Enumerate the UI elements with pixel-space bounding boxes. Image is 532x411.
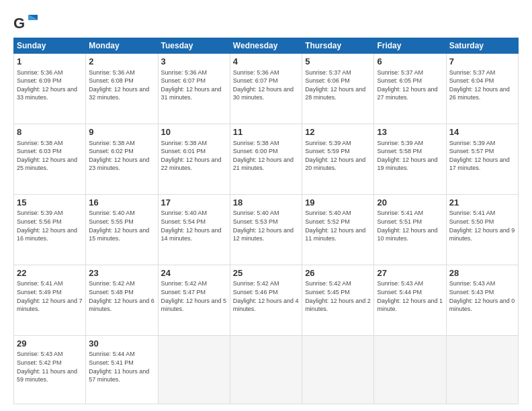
day-cell: 1Sunrise: 5:36 AMSunset: 6:09 PMDaylight… <box>14 54 86 124</box>
empty-cell <box>446 335 518 404</box>
calendar-row: 8Sunrise: 5:38 AMSunset: 6:03 PMDaylight… <box>14 124 519 194</box>
day-cell: 25Sunrise: 5:42 AMSunset: 5:46 PMDayligh… <box>230 265 302 335</box>
day-number: 17 <box>161 197 227 209</box>
day-cell: 12Sunrise: 5:39 AMSunset: 5:59 PMDayligh… <box>302 124 374 194</box>
day-cell: 19Sunrise: 5:40 AMSunset: 5:52 PMDayligh… <box>302 194 374 265</box>
column-header-monday: Monday <box>86 38 158 54</box>
calendar-row: 15Sunrise: 5:39 AMSunset: 5:56 PMDayligh… <box>14 194 519 265</box>
day-number: 8 <box>17 126 83 138</box>
day-cell: 7Sunrise: 5:37 AMSunset: 6:04 PMDaylight… <box>446 54 518 124</box>
day-number: 6 <box>377 56 443 68</box>
day-info: Sunrise: 5:41 AMSunset: 5:49 PMDaylight:… <box>17 279 83 313</box>
svg-text:G: G <box>13 15 25 32</box>
day-info: Sunrise: 5:39 AMSunset: 5:59 PMDaylight:… <box>305 139 371 173</box>
day-cell: 15Sunrise: 5:39 AMSunset: 5:56 PMDayligh… <box>14 194 86 265</box>
day-cell: 21Sunrise: 5:41 AMSunset: 5:50 PMDayligh… <box>446 194 518 265</box>
day-number: 15 <box>17 197 83 209</box>
day-info: Sunrise: 5:38 AMSunset: 6:03 PMDaylight:… <box>17 139 83 173</box>
day-cell: 3Sunrise: 5:36 AMSunset: 6:07 PMDaylight… <box>158 54 230 124</box>
day-info: Sunrise: 5:40 AMSunset: 5:55 PMDaylight:… <box>89 209 154 242</box>
day-cell: 11Sunrise: 5:38 AMSunset: 6:00 PMDayligh… <box>230 124 302 194</box>
empty-cell <box>374 335 446 404</box>
day-info: Sunrise: 5:42 AMSunset: 5:46 PMDaylight:… <box>233 279 299 313</box>
day-info: Sunrise: 5:42 AMSunset: 5:45 PMDaylight:… <box>305 279 371 313</box>
day-cell: 8Sunrise: 5:38 AMSunset: 6:03 PMDaylight… <box>14 124 86 194</box>
day-number: 28 <box>449 267 515 279</box>
day-info: Sunrise: 5:37 AMSunset: 6:06 PMDaylight:… <box>305 68 371 102</box>
day-cell: 16Sunrise: 5:40 AMSunset: 5:55 PMDayligh… <box>86 194 158 265</box>
calendar-table: SundayMondayTuesdayWednesdayThursdayFrid… <box>13 38 519 404</box>
day-number: 5 <box>305 56 371 68</box>
day-info: Sunrise: 5:40 AMSunset: 5:53 PMDaylight:… <box>233 209 299 242</box>
day-info: Sunrise: 5:43 AMSunset: 5:42 PMDaylight:… <box>17 350 83 383</box>
day-info: Sunrise: 5:39 AMSunset: 5:58 PMDaylight:… <box>377 139 443 173</box>
day-info: Sunrise: 5:41 AMSunset: 5:51 PMDaylight:… <box>377 209 443 242</box>
day-cell: 6Sunrise: 5:37 AMSunset: 6:05 PMDaylight… <box>374 54 446 124</box>
day-cell: 24Sunrise: 5:42 AMSunset: 5:47 PMDayligh… <box>158 265 230 335</box>
day-number: 25 <box>233 267 299 279</box>
empty-cell <box>230 335 302 404</box>
day-number: 26 <box>305 267 371 279</box>
day-number: 24 <box>161 267 227 279</box>
day-info: Sunrise: 5:36 AMSunset: 6:07 PMDaylight:… <box>161 68 227 102</box>
column-header-thursday: Thursday <box>302 38 374 54</box>
day-number: 30 <box>89 338 154 350</box>
day-number: 16 <box>89 197 154 209</box>
day-info: Sunrise: 5:43 AMSunset: 5:44 PMDaylight:… <box>377 279 443 313</box>
day-info: Sunrise: 5:39 AMSunset: 5:56 PMDaylight:… <box>17 209 83 242</box>
day-cell: 9Sunrise: 5:38 AMSunset: 6:02 PMDaylight… <box>86 124 158 194</box>
day-cell: 23Sunrise: 5:42 AMSunset: 5:48 PMDayligh… <box>86 265 158 335</box>
day-number: 27 <box>377 267 443 279</box>
day-cell: 18Sunrise: 5:40 AMSunset: 5:53 PMDayligh… <box>230 194 302 265</box>
day-info: Sunrise: 5:36 AMSunset: 6:09 PMDaylight:… <box>17 68 83 102</box>
day-number: 3 <box>161 56 227 68</box>
day-cell: 10Sunrise: 5:38 AMSunset: 6:01 PMDayligh… <box>158 124 230 194</box>
column-header-sunday: Sunday <box>14 38 86 54</box>
day-cell: 30Sunrise: 5:44 AMSunset: 5:41 PMDayligh… <box>86 335 158 404</box>
day-cell: 22Sunrise: 5:41 AMSunset: 5:49 PMDayligh… <box>14 265 86 335</box>
day-info: Sunrise: 5:38 AMSunset: 6:02 PMDaylight:… <box>89 139 154 173</box>
day-cell: 13Sunrise: 5:39 AMSunset: 5:58 PMDayligh… <box>374 124 446 194</box>
calendar-row: 22Sunrise: 5:41 AMSunset: 5:49 PMDayligh… <box>14 265 519 335</box>
empty-cell <box>158 335 230 404</box>
day-info: Sunrise: 5:42 AMSunset: 5:48 PMDaylight:… <box>89 279 154 313</box>
day-cell: 14Sunrise: 5:39 AMSunset: 5:57 PMDayligh… <box>446 124 518 194</box>
day-info: Sunrise: 5:41 AMSunset: 5:50 PMDaylight:… <box>449 209 515 242</box>
day-number: 12 <box>305 126 371 138</box>
day-number: 22 <box>17 267 83 279</box>
day-number: 19 <box>305 197 371 209</box>
day-info: Sunrise: 5:38 AMSunset: 6:00 PMDaylight:… <box>233 139 299 173</box>
day-number: 14 <box>449 126 515 138</box>
day-number: 2 <box>89 56 154 68</box>
day-info: Sunrise: 5:40 AMSunset: 5:54 PMDaylight:… <box>161 209 227 242</box>
day-number: 13 <box>377 126 443 138</box>
column-header-tuesday: Tuesday <box>158 38 230 54</box>
day-info: Sunrise: 5:36 AMSunset: 6:08 PMDaylight:… <box>89 68 154 102</box>
calendar-row: 29Sunrise: 5:43 AMSunset: 5:42 PMDayligh… <box>14 335 519 404</box>
day-info: Sunrise: 5:40 AMSunset: 5:52 PMDaylight:… <box>305 209 371 242</box>
day-cell: 26Sunrise: 5:42 AMSunset: 5:45 PMDayligh… <box>302 265 374 335</box>
day-cell: 17Sunrise: 5:40 AMSunset: 5:54 PMDayligh… <box>158 194 230 265</box>
column-header-friday: Friday <box>374 38 446 54</box>
day-number: 1 <box>17 56 83 68</box>
day-cell: 20Sunrise: 5:41 AMSunset: 5:51 PMDayligh… <box>374 194 446 265</box>
day-cell: 2Sunrise: 5:36 AMSunset: 6:08 PMDaylight… <box>86 54 158 124</box>
day-cell: 4Sunrise: 5:36 AMSunset: 6:07 PMDaylight… <box>230 54 302 124</box>
calendar-row: 1Sunrise: 5:36 AMSunset: 6:09 PMDaylight… <box>14 54 519 124</box>
empty-cell <box>302 335 374 404</box>
calendar-header-row: SundayMondayTuesdayWednesdayThursdayFrid… <box>14 38 519 54</box>
day-number: 23 <box>89 267 154 279</box>
day-cell: 27Sunrise: 5:43 AMSunset: 5:44 PMDayligh… <box>374 265 446 335</box>
day-number: 10 <box>161 126 227 138</box>
header: G <box>13 11 519 35</box>
day-number: 9 <box>89 126 154 138</box>
day-number: 7 <box>449 56 515 68</box>
day-info: Sunrise: 5:44 AMSunset: 5:41 PMDaylight:… <box>89 350 154 383</box>
column-header-saturday: Saturday <box>446 38 518 54</box>
column-header-wednesday: Wednesday <box>230 38 302 54</box>
logo: G <box>13 11 39 35</box>
day-info: Sunrise: 5:43 AMSunset: 5:43 PMDaylight:… <box>449 279 515 313</box>
day-cell: 5Sunrise: 5:37 AMSunset: 6:06 PMDaylight… <box>302 54 374 124</box>
logo-icon: G <box>13 11 38 35</box>
day-number: 4 <box>233 56 299 68</box>
